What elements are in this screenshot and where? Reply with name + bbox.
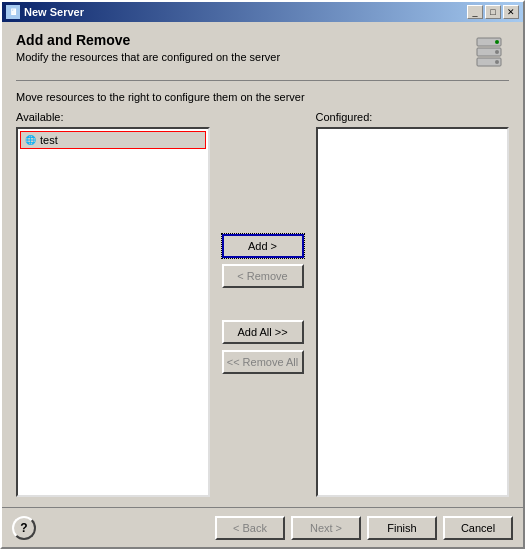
- finish-button[interactable]: Finish: [367, 516, 437, 540]
- next-button[interactable]: Next >: [291, 516, 361, 540]
- bottom-left: ?: [12, 516, 36, 540]
- configured-listbox[interactable]: [316, 127, 510, 497]
- header-section: Add and Remove Modify the resources that…: [16, 32, 509, 81]
- content-area: Add and Remove Modify the resources that…: [2, 22, 523, 507]
- svg-point-5: [495, 60, 499, 64]
- svg-point-3: [495, 40, 499, 44]
- bottom-right: < Back Next > Finish Cancel: [215, 516, 513, 540]
- minimize-button[interactable]: _: [467, 5, 483, 19]
- header-text: Add and Remove Modify the resources that…: [16, 32, 280, 63]
- configured-panel: Configured:: [316, 111, 510, 497]
- window-icon: 🖥: [6, 5, 20, 19]
- remove-button[interactable]: < Remove: [222, 264, 304, 288]
- svg-point-4: [495, 50, 499, 54]
- close-button[interactable]: ✕: [503, 5, 519, 19]
- main-window: 🖥 New Server _ □ ✕ Add and Remove Modify…: [0, 0, 525, 549]
- header-icon: [469, 32, 509, 72]
- server-icon: [471, 34, 507, 70]
- add-button[interactable]: Add >: [222, 234, 304, 258]
- configured-label: Configured:: [316, 111, 510, 123]
- title-bar-controls: _ □ ✕: [467, 5, 519, 19]
- item-icon: 🌐: [23, 133, 37, 147]
- cancel-button[interactable]: Cancel: [443, 516, 513, 540]
- middle-buttons: Add > < Remove Add All >> << Remove All: [214, 111, 312, 497]
- maximize-button[interactable]: □: [485, 5, 501, 19]
- page-subtitle: Modify the resources that are configured…: [16, 51, 280, 63]
- available-panel: Available: 🌐 test: [16, 111, 210, 497]
- instruction-text: Move resources to the right to configure…: [16, 91, 509, 103]
- available-listbox[interactable]: 🌐 test: [16, 127, 210, 497]
- item-label: test: [40, 134, 58, 146]
- available-label: Available:: [16, 111, 210, 123]
- bottom-bar: ? < Back Next > Finish Cancel: [2, 507, 523, 547]
- list-item[interactable]: 🌐 test: [20, 131, 206, 149]
- title-bar: 🖥 New Server _ □ ✕: [2, 2, 523, 22]
- main-area: Available: 🌐 test Add > < Remove Add All…: [16, 111, 509, 497]
- back-button[interactable]: < Back: [215, 516, 285, 540]
- title-bar-text: 🖥 New Server: [6, 5, 84, 19]
- page-title: Add and Remove: [16, 32, 280, 48]
- help-button[interactable]: ?: [12, 516, 36, 540]
- add-all-button[interactable]: Add All >>: [222, 320, 304, 344]
- remove-all-button[interactable]: << Remove All: [222, 350, 304, 374]
